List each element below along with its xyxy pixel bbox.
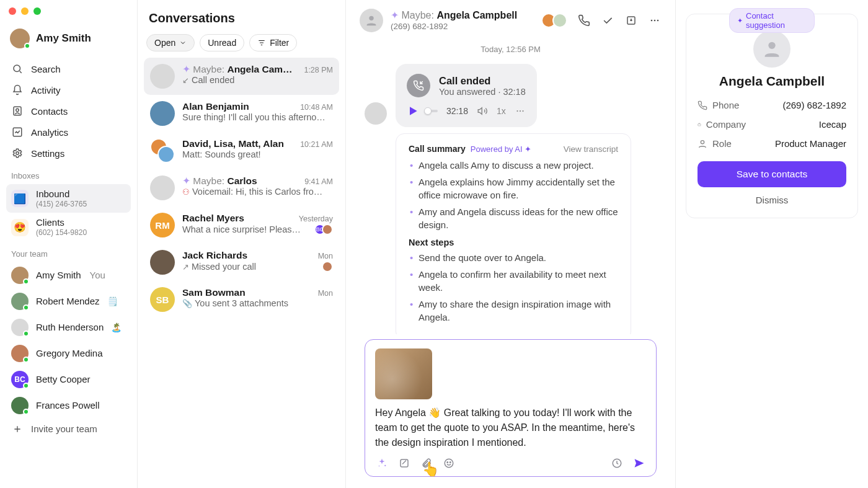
maximize-window[interactable] xyxy=(33,7,41,15)
team-avatar xyxy=(11,319,29,336)
inbox-clients[interactable]: 😍 Clients (602) 154-9820 xyxy=(6,213,131,241)
conversation-item[interactable]: Jack RichardsMon↗Missed your call xyxy=(144,244,339,281)
conversation-item[interactable]: David, Lisa, Matt, Alan10:21 AMMatt: Sou… xyxy=(144,132,339,169)
conversation-item[interactable]: RMRachel MyersYesterdayWhat a nice surpr… xyxy=(144,206,339,244)
conversation-item[interactable]: Alan Benjamin10:48 AMSure thing! I'll ca… xyxy=(144,95,339,132)
conversation-name: ✦ Maybe: Angela Cam… xyxy=(182,64,293,75)
team-member[interactable]: BCBetty Cooper xyxy=(6,366,131,393)
close-window[interactable] xyxy=(9,7,16,15)
filter-unread[interactable]: Unread xyxy=(200,34,244,51)
voicemail-icon: ⚇ xyxy=(182,187,190,197)
team-member[interactable]: Gregory Medina xyxy=(6,340,131,366)
more-button[interactable] xyxy=(648,14,662,27)
svg-point-17 xyxy=(447,462,448,463)
call-message: Call ended You answered · 32:18 32:18 1x xyxy=(365,64,657,127)
nav-analytics[interactable]: Analytics xyxy=(6,122,131,143)
chat-phone: (269) 682-1892 xyxy=(391,22,517,32)
next-step: Amy to share the design inspiration imag… xyxy=(409,298,618,324)
call-title: Call ended xyxy=(439,75,526,87)
ai-compose-button[interactable] xyxy=(375,456,389,470)
inbox-label: Clients xyxy=(36,217,87,228)
filter-button[interactable]: Filter xyxy=(249,34,297,51)
attachment-preview[interactable] xyxy=(375,348,432,399)
filter-label: Unread xyxy=(208,38,236,48)
svg-point-10 xyxy=(516,110,518,112)
filter-label: Open xyxy=(154,38,175,48)
chevron-down-icon xyxy=(179,39,187,47)
conversation-item[interactable]: ✦ Maybe: Angela Cam…1:28 PM↙Call ended xyxy=(144,58,339,95)
conversation-time: 10:48 AM xyxy=(300,103,333,112)
nav-search[interactable]: Search xyxy=(6,58,131,79)
nav-contacts[interactable]: Contacts xyxy=(6,100,131,122)
conversation-preview: What a nice surprise! Pleas…BC xyxy=(182,224,333,235)
contact-phone-row: Phone (269) 682-1892 xyxy=(698,100,846,110)
invite-team[interactable]: Invite your team xyxy=(6,419,131,440)
team-member[interactable]: Amy SmithYou xyxy=(6,262,131,288)
filter-open[interactable]: Open xyxy=(146,34,195,51)
conversations-title: Conversations xyxy=(149,11,334,25)
conversation-item[interactable]: SBSam BowmanMon📎You sent 3 attachments xyxy=(144,281,339,318)
team-member[interactable]: Robert Mendez🗒️ xyxy=(6,288,131,314)
team-name: Ruth Henderson xyxy=(36,322,104,332)
chat-header: ✦ Maybe: Angela Campbell (269) 682-1892 xyxy=(346,0,675,41)
minimize-window[interactable] xyxy=(21,7,29,15)
current-user[interactable]: Amy Smith xyxy=(6,26,131,51)
team-member[interactable]: Frances Powell xyxy=(6,393,131,419)
view-transcript[interactable]: View transcript xyxy=(564,144,618,154)
inbox-phone: (602) 154-9820 xyxy=(36,228,87,237)
conversation-item[interactable]: ✦ Maybe: Carlos9:41 AM⚇Voicemail: Hi, th… xyxy=(144,169,339,206)
duration: 32:18 xyxy=(446,106,468,116)
inbox-icon: 🟦 xyxy=(11,190,29,207)
phone-incoming-icon xyxy=(407,74,430,97)
conversation-avatar xyxy=(150,175,175,200)
player-more[interactable] xyxy=(515,105,526,117)
conversation-preview: ⚇Voicemail: Hi, this is Carlos fro… xyxy=(182,187,333,197)
seek-bar[interactable] xyxy=(428,110,438,112)
invite-label: Invite your team xyxy=(31,424,97,434)
status-emoji: 🗒️ xyxy=(107,296,118,306)
archive-button[interactable] xyxy=(624,14,638,27)
play-button[interactable] xyxy=(407,105,419,117)
inbox-inbound[interactable]: 🟦 Inbound (415) 246-3765 xyxy=(6,184,131,213)
nav-settings[interactable]: Settings xyxy=(6,143,131,164)
save-contact-button[interactable]: Save to contacts xyxy=(698,161,846,187)
conversation-time: 1:28 PM xyxy=(304,66,333,74)
svg-point-16 xyxy=(445,459,453,468)
team-avatar xyxy=(11,397,29,414)
inbox-phone: (415) 246-3765 xyxy=(36,200,87,208)
you-badge: You xyxy=(90,270,105,280)
conversation-time: 9:41 AM xyxy=(304,177,333,186)
composer: Hey Angela 👋 Great talking to you today!… xyxy=(365,339,657,477)
gear-icon xyxy=(11,147,24,159)
send-button[interactable] xyxy=(632,456,646,470)
conversation-avatar: RM xyxy=(150,213,175,237)
conversation-name: Rachel Myers xyxy=(182,213,244,224)
svg-rect-21 xyxy=(698,123,701,125)
contact-company: Icecap xyxy=(819,119,846,130)
svg-point-7 xyxy=(651,20,653,22)
nav-activity[interactable]: Activity xyxy=(6,79,131,100)
call-button[interactable] xyxy=(577,14,591,27)
emoji-button[interactable] xyxy=(442,456,456,470)
composer-text[interactable]: Hey Angela 👋 Great talking to you today!… xyxy=(375,406,646,450)
bell-icon xyxy=(11,84,24,96)
team-avatar: BC xyxy=(11,371,29,388)
dismiss-button[interactable]: Dismiss xyxy=(698,187,846,206)
mute-button[interactable] xyxy=(477,105,488,117)
attach-button[interactable] xyxy=(420,456,433,470)
conversation-time: Mon xyxy=(318,289,333,298)
summary-bullet: Amy and Angela discuss ideas for the new… xyxy=(409,205,618,231)
contact-name: Angela Campbell xyxy=(698,74,846,89)
mark-done-button[interactable] xyxy=(601,14,614,27)
conversation-name: Jack Richards xyxy=(182,250,247,261)
schedule-button[interactable] xyxy=(610,456,624,470)
speed-button[interactable]: 1x xyxy=(497,106,506,116)
team-member[interactable]: Ruth Henderson🏝️ xyxy=(6,314,131,340)
template-button[interactable] xyxy=(397,456,411,470)
svg-point-8 xyxy=(654,20,656,22)
nav-label: Analytics xyxy=(31,127,68,138)
svg-point-14 xyxy=(379,466,380,467)
svg-point-0 xyxy=(14,65,20,72)
conversation-time: Mon xyxy=(318,252,333,260)
participants[interactable] xyxy=(541,13,567,28)
